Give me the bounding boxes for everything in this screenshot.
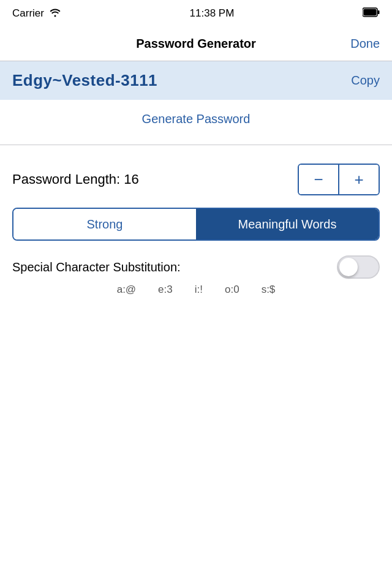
- special-label-row: Special Character Substitution:: [12, 255, 380, 279]
- substitution-hints: a:@ e:3 i:! o:0 s:$: [0, 284, 392, 296]
- wifi-icon: [49, 7, 61, 20]
- carrier-label: Carrier: [12, 7, 44, 20]
- segment-meaningful-button[interactable]: Meaningful Words: [196, 209, 379, 239]
- status-time: 11:38 PM: [190, 7, 235, 20]
- toggle-track: [337, 255, 380, 279]
- length-stepper: − +: [298, 164, 380, 195]
- toggle-thumb: [339, 258, 358, 276]
- special-char-label: Special Character Substitution:: [12, 260, 181, 274]
- svg-rect-1: [378, 10, 380, 14]
- increment-button[interactable]: +: [339, 165, 379, 194]
- generate-password-button[interactable]: Generate Password: [142, 112, 251, 126]
- segmented-control: Strong Meaningful Words: [12, 208, 380, 241]
- nav-bar: Password Generator Done: [0, 27, 392, 61]
- svg-rect-2: [364, 9, 377, 16]
- password-length-row: Password Length: 16 − +: [0, 164, 392, 195]
- hint-e: e:3: [158, 284, 173, 296]
- password-length-label: Password Length: 16: [12, 172, 139, 187]
- copy-button[interactable]: Copy: [351, 74, 380, 88]
- done-button[interactable]: Done: [350, 37, 380, 51]
- segment-strong-button[interactable]: Strong: [13, 209, 196, 239]
- status-right: [363, 7, 380, 20]
- hint-a: a:@: [117, 284, 136, 296]
- generated-password: Edgy~Vested-3111: [12, 71, 157, 90]
- password-display-row: Edgy~Vested-3111 Copy: [0, 61, 392, 100]
- nav-title: Password Generator: [136, 37, 256, 51]
- battery-icon: [363, 7, 380, 20]
- decrement-button[interactable]: −: [299, 165, 338, 194]
- generate-btn-row: Generate Password: [0, 100, 392, 145]
- hint-o: o:0: [225, 284, 239, 296]
- status-left: Carrier: [12, 7, 61, 20]
- hint-i: i:!: [195, 284, 203, 296]
- hint-s: s:$: [262, 284, 276, 296]
- divider-1: [0, 145, 392, 145]
- toggle-switch[interactable]: [337, 255, 380, 279]
- special-char-row: Special Character Substitution:: [0, 255, 392, 279]
- content-area: Edgy~Vested-3111 Copy Generate Password …: [0, 61, 392, 296]
- segment-row: Strong Meaningful Words: [0, 208, 392, 241]
- status-bar: Carrier 11:38 PM: [0, 0, 392, 27]
